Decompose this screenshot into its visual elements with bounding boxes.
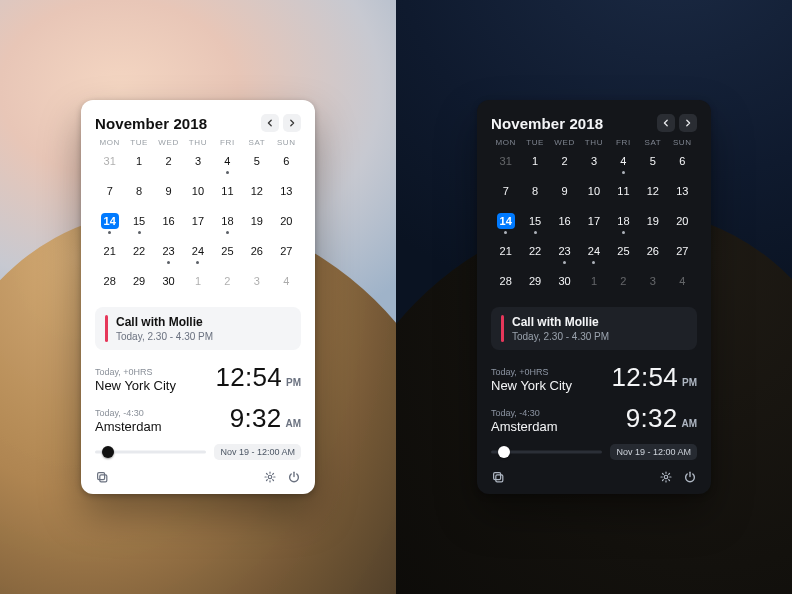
day-cell[interactable]: 27: [668, 243, 697, 267]
day-cell[interactable]: 21: [491, 243, 520, 267]
day-number: 31: [497, 153, 515, 169]
event-card[interactable]: Call with Mollie Today, 2.30 - 4.30 PM: [95, 307, 301, 350]
day-cell[interactable]: 12: [638, 183, 667, 207]
day-cell[interactable]: 25: [609, 243, 638, 267]
day-cell[interactable]: 11: [609, 183, 638, 207]
day-cell[interactable]: 29: [520, 273, 549, 297]
day-cell[interactable]: 18: [609, 213, 638, 237]
day-cell[interactable]: 7: [491, 183, 520, 207]
day-cell[interactable]: 1: [520, 153, 549, 177]
day-cell[interactable]: 14: [491, 213, 520, 237]
weekday-label: SAT: [242, 138, 271, 147]
day-cell[interactable]: 22: [520, 243, 549, 267]
copy-icon[interactable]: [95, 470, 109, 484]
event-dot: [138, 231, 141, 234]
day-number: 7: [497, 183, 515, 199]
day-cell[interactable]: 29: [124, 273, 153, 297]
time-scrubber[interactable]: [95, 444, 206, 460]
day-cell[interactable]: 20: [272, 213, 301, 237]
time-scrubber-knob[interactable]: [498, 446, 510, 458]
day-cell[interactable]: 17: [183, 213, 212, 237]
copy-icon[interactable]: [491, 470, 505, 484]
day-cell[interactable]: 5: [638, 153, 667, 177]
day-cell[interactable]: 3: [242, 273, 271, 297]
day-cell[interactable]: 15: [520, 213, 549, 237]
day-cell[interactable]: 30: [154, 273, 183, 297]
day-cell[interactable]: 20: [668, 213, 697, 237]
day-cell[interactable]: 2: [154, 153, 183, 177]
day-cell[interactable]: 13: [668, 183, 697, 207]
day-cell[interactable]: 6: [272, 153, 301, 177]
day-cell[interactable]: 30: [550, 273, 579, 297]
power-icon[interactable]: [683, 470, 697, 484]
weekday-label: FRI: [213, 138, 242, 147]
day-cell[interactable]: 1: [183, 273, 212, 297]
power-icon[interactable]: [287, 470, 301, 484]
day-cell[interactable]: 23: [550, 243, 579, 267]
day-cell[interactable]: 10: [579, 183, 608, 207]
day-cell[interactable]: 3: [183, 153, 212, 177]
day-cell[interactable]: 8: [124, 183, 153, 207]
day-number: 13: [277, 183, 295, 199]
event-dot: [196, 261, 199, 264]
day-cell[interactable]: 14: [95, 213, 124, 237]
day-cell[interactable]: 22: [124, 243, 153, 267]
day-cell[interactable]: 3: [579, 153, 608, 177]
day-cell[interactable]: 28: [95, 273, 124, 297]
day-cell[interactable]: 9: [154, 183, 183, 207]
day-cell[interactable]: 2: [213, 273, 242, 297]
clock-ampm: PM: [286, 377, 301, 388]
day-cell[interactable]: 6: [668, 153, 697, 177]
day-number: 20: [277, 213, 295, 229]
day-cell[interactable]: 31: [491, 153, 520, 177]
day-cell[interactable]: 24: [183, 243, 212, 267]
day-cell[interactable]: 19: [242, 213, 271, 237]
day-cell[interactable]: 18: [213, 213, 242, 237]
day-cell[interactable]: 1: [579, 273, 608, 297]
event-card[interactable]: Call with Mollie Today, 2.30 - 4.30 PM: [491, 307, 697, 350]
day-cell[interactable]: 17: [579, 213, 608, 237]
day-cell[interactable]: 3: [638, 273, 667, 297]
day-cell[interactable]: 4: [668, 273, 697, 297]
next-month-button[interactable]: [283, 114, 301, 132]
day-cell[interactable]: 2: [550, 153, 579, 177]
prev-month-button[interactable]: [261, 114, 279, 132]
day-number: 15: [130, 213, 148, 229]
day-cell[interactable]: 9: [550, 183, 579, 207]
day-cell[interactable]: 31: [95, 153, 124, 177]
day-cell[interactable]: 21: [95, 243, 124, 267]
day-cell[interactable]: 19: [638, 213, 667, 237]
day-cell[interactable]: 4: [609, 153, 638, 177]
day-cell[interactable]: 24: [579, 243, 608, 267]
prev-month-button[interactable]: [657, 114, 675, 132]
day-cell[interactable]: 28: [491, 273, 520, 297]
day-cell[interactable]: 4: [272, 273, 301, 297]
gear-icon[interactable]: [263, 470, 277, 484]
day-cell[interactable]: 27: [272, 243, 301, 267]
day-cell[interactable]: 25: [213, 243, 242, 267]
svg-rect-3: [494, 473, 501, 480]
day-cell[interactable]: 15: [124, 213, 153, 237]
day-cell[interactable]: 13: [272, 183, 301, 207]
day-cell[interactable]: 16: [154, 213, 183, 237]
next-month-button[interactable]: [679, 114, 697, 132]
clock-city: New York City: [95, 378, 176, 393]
day-cell[interactable]: 23: [154, 243, 183, 267]
time-scrubber-knob[interactable]: [102, 446, 114, 458]
day-cell[interactable]: 11: [213, 183, 242, 207]
gear-icon[interactable]: [659, 470, 673, 484]
day-cell[interactable]: 5: [242, 153, 271, 177]
day-cell[interactable]: 10: [183, 183, 212, 207]
day-cell[interactable]: 26: [638, 243, 667, 267]
day-cell[interactable]: 4: [213, 153, 242, 177]
world-clock-row: Today, -4:30Amsterdam9:32AM: [491, 403, 697, 434]
day-cell[interactable]: 12: [242, 183, 271, 207]
day-cell[interactable]: 26: [242, 243, 271, 267]
time-scrubber[interactable]: [491, 444, 602, 460]
day-cell[interactable]: 1: [124, 153, 153, 177]
day-cell[interactable]: 8: [520, 183, 549, 207]
day-cell[interactable]: 7: [95, 183, 124, 207]
day-cell[interactable]: 16: [550, 213, 579, 237]
weekday-label: TUE: [520, 138, 549, 147]
day-cell[interactable]: 2: [609, 273, 638, 297]
